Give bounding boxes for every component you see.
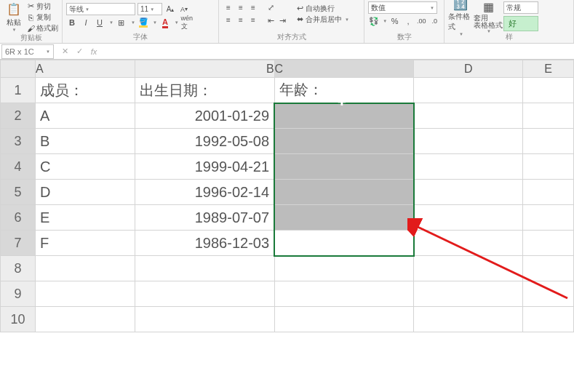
cell-D3[interactable] xyxy=(414,129,523,154)
cell-E1[interactable] xyxy=(523,78,574,103)
underline-button[interactable]: U xyxy=(94,17,105,28)
cell-A2[interactable]: A xyxy=(35,103,135,129)
cell-E2[interactable] xyxy=(523,103,574,129)
dec-indent-button[interactable]: ⇤ xyxy=(265,15,276,26)
style-good[interactable]: 好 xyxy=(503,16,538,31)
row-header-3[interactable]: 3 xyxy=(1,129,36,154)
row-header-8[interactable]: 8 xyxy=(1,256,36,281)
cell-C4[interactable] xyxy=(274,154,414,180)
enter-formula-button[interactable]: ✓ xyxy=(73,47,86,56)
orientation-button[interactable]: ⤢ xyxy=(265,1,276,13)
cell-C2[interactable] xyxy=(274,103,414,129)
align-middle-button[interactable]: ≡ xyxy=(235,2,247,14)
cell-C7[interactable] xyxy=(274,231,414,256)
cell-C3[interactable] xyxy=(274,129,414,154)
row-header-4[interactable]: 4 xyxy=(1,154,36,180)
fill-color-button[interactable]: 🪣 xyxy=(137,17,149,28)
row-header-7[interactable]: 7 xyxy=(1,231,36,256)
cell-D9[interactable] xyxy=(414,281,523,307)
cell-D10[interactable] xyxy=(414,307,523,332)
cell-E3[interactable] xyxy=(523,129,574,154)
inc-indent-button[interactable]: ⇥ xyxy=(276,15,288,26)
row-header-6[interactable]: 6 xyxy=(1,205,36,231)
cell-D7[interactable] xyxy=(414,231,523,256)
cell-D2[interactable] xyxy=(414,103,523,129)
row-header-1[interactable]: 1 xyxy=(1,78,36,103)
col-header-A[interactable]: A xyxy=(35,60,135,78)
cell-E6[interactable] xyxy=(523,205,574,231)
cell-A10[interactable] xyxy=(35,307,135,332)
align-bottom-button[interactable]: ≡ xyxy=(247,2,259,14)
align-top-button[interactable]: ≡ xyxy=(223,2,234,14)
col-header-B[interactable]: B xyxy=(135,60,274,78)
cell-E8[interactable] xyxy=(523,256,574,281)
font-name-combo[interactable]: 等线▼ xyxy=(66,3,135,15)
cell-A5[interactable]: D xyxy=(35,180,135,205)
row-header-9[interactable]: 9 xyxy=(1,281,36,307)
col-header-E[interactable]: E xyxy=(523,60,574,78)
cell-B3[interactable]: 1992-05-08 xyxy=(135,129,274,154)
cut-button[interactable]: ✂剪切 xyxy=(26,1,58,11)
col-header-D[interactable]: D xyxy=(414,60,523,78)
cell-E9[interactable] xyxy=(523,281,574,307)
name-box[interactable]: 6R x 1C▼ xyxy=(1,44,54,59)
cell-B5[interactable]: 1996-02-14 xyxy=(135,180,274,205)
cell-A4[interactable]: C xyxy=(35,154,135,180)
cancel-formula-button[interactable]: ✕ xyxy=(58,47,71,56)
italic-button[interactable]: I xyxy=(80,17,92,28)
dec-decimal-button[interactable]: .0 xyxy=(429,15,440,27)
cell-B8[interactable] xyxy=(135,256,274,281)
align-right-button[interactable]: ≡ xyxy=(247,15,259,26)
cell-A1[interactable]: 成员： xyxy=(35,78,135,103)
row-header-2[interactable]: 2 xyxy=(1,103,36,129)
row-header-5[interactable]: 5 xyxy=(1,180,36,205)
bold-button[interactable]: B xyxy=(66,17,78,28)
cell-A8[interactable] xyxy=(35,256,135,281)
cell-C5[interactable] xyxy=(274,180,414,205)
decrease-font-button[interactable]: A▾ xyxy=(178,4,190,15)
insert-function-button[interactable]: fx xyxy=(87,47,100,56)
select-all-corner[interactable] xyxy=(1,60,36,78)
accounting-button[interactable]: 💱 xyxy=(368,15,379,27)
cell-B2[interactable]: 2001-01-29 xyxy=(135,103,274,129)
cell-E4[interactable] xyxy=(523,154,574,180)
merge-center-button[interactable]: ⬌合并后居中▼ xyxy=(295,15,349,24)
cell-A3[interactable]: B xyxy=(35,129,135,154)
cell-A9[interactable] xyxy=(35,281,135,307)
cell-B6[interactable]: 1989-07-07 xyxy=(135,205,274,231)
border-button[interactable]: ⊞ xyxy=(116,17,127,28)
copy-button[interactable]: ⎘复制 xyxy=(26,12,58,22)
row-header-10[interactable]: 10 xyxy=(1,307,36,332)
align-left-button[interactable]: ≡ xyxy=(223,15,234,26)
cell-C6[interactable] xyxy=(274,205,414,231)
cell-C8[interactable] xyxy=(274,256,414,281)
format-painter-button[interactable]: 🖌格式刷 xyxy=(26,23,58,33)
font-size-combo[interactable]: 11▼ xyxy=(137,3,162,15)
paste-button[interactable]: 📋 粘贴 ▼ xyxy=(4,1,23,32)
wrap-text-button[interactable]: ↩自动换行 xyxy=(295,4,349,13)
cell-B4[interactable]: 1999-04-21 xyxy=(135,154,274,180)
cell-C1[interactable]: 年龄： xyxy=(274,78,414,103)
font-color-button[interactable]: A xyxy=(159,17,171,28)
number-format-combo[interactable]: 数值▼ xyxy=(368,1,437,14)
increase-font-button[interactable]: A▴ xyxy=(164,4,176,15)
cell-E5[interactable] xyxy=(523,180,574,205)
formula-input[interactable] xyxy=(105,44,574,59)
cell-D5[interactable] xyxy=(414,180,523,205)
cell-A7[interactable]: F xyxy=(35,231,135,256)
cell-C9[interactable] xyxy=(274,281,414,307)
cell-D8[interactable] xyxy=(414,256,523,281)
cell-B9[interactable] xyxy=(135,281,274,307)
cell-B7[interactable]: 1986-12-03 xyxy=(135,231,274,256)
cell-B10[interactable] xyxy=(135,307,274,332)
phonetic-button[interactable]: wén文 xyxy=(181,17,193,28)
cell-D6[interactable] xyxy=(414,205,523,231)
table-format-button[interactable]: ▦ 套用 表格格式 ▼ xyxy=(476,1,501,32)
col-header-C[interactable]: C xyxy=(274,60,414,78)
cell-C10[interactable] xyxy=(274,307,414,332)
cell-E10[interactable] xyxy=(523,307,574,332)
comma-button[interactable]: , xyxy=(402,15,413,27)
cell-B1[interactable]: 出生日期： xyxy=(135,78,274,103)
inc-decimal-button[interactable]: .00 xyxy=(416,15,427,27)
align-center-button[interactable]: ≡ xyxy=(235,15,247,26)
